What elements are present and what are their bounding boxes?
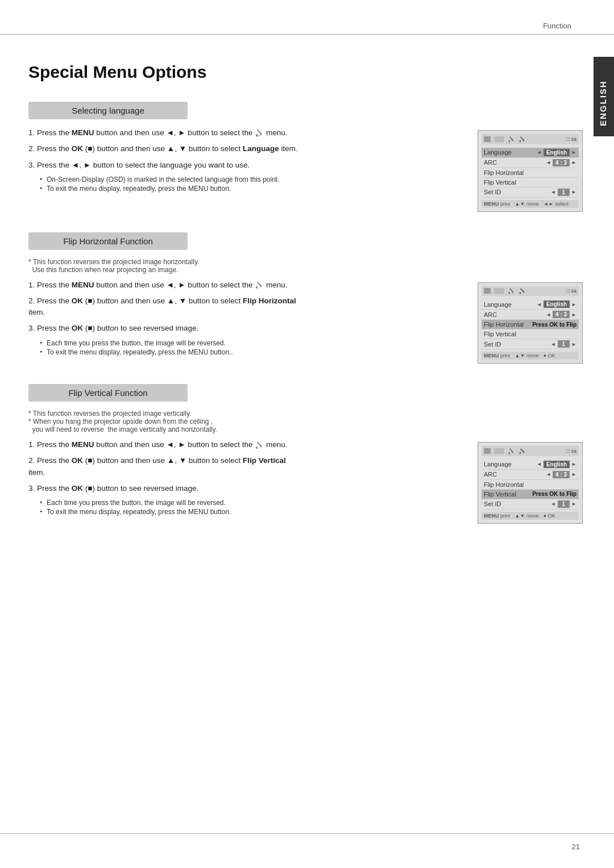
menu2-flip-h-value: Press OK to Flip xyxy=(532,322,576,328)
menu1-row-flip-h: Flip Horizontal xyxy=(482,168,579,178)
svg-rect-16 xyxy=(509,452,510,454)
menu1-flip-v-label: Flip Vertical xyxy=(484,179,516,186)
menu1-icon1 xyxy=(484,136,491,142)
menu2-arc-label: ARC xyxy=(484,311,497,318)
menu3-label-right: □ sa xyxy=(567,448,576,454)
menu2-row-flip-v: Flip Vertical xyxy=(482,329,579,339)
menu2-footer-ok: ● OK xyxy=(544,353,555,358)
menu2-icon2 xyxy=(494,288,504,294)
menu3-footer-move: ▲▼ move xyxy=(515,513,539,519)
s3-flipvertical-bold: Flip Vertical xyxy=(243,456,286,465)
menu1-footer-select: ◄► select xyxy=(544,201,569,207)
menu3-icon1 xyxy=(484,448,491,454)
menu2-pen-icon xyxy=(508,287,515,295)
menu3-icon2 xyxy=(494,448,504,454)
svg-rect-12 xyxy=(520,292,521,294)
menu3-row-language: Language ◄ English ► xyxy=(482,460,579,470)
s3-ok-bold2: OK xyxy=(72,484,83,493)
menu3-setid-label: Set ID xyxy=(484,500,501,507)
page-number: 21 xyxy=(572,842,580,851)
section3-bullet2: To exit the menu display, repeatedly, pr… xyxy=(40,508,466,516)
menu1-row-setid: Set ID ◄ 1 ► xyxy=(482,187,579,198)
menu1-language-label: Language xyxy=(484,149,512,156)
top-rule xyxy=(0,34,614,35)
s2-menu-bold: MENU xyxy=(72,281,94,289)
menu2-setid-val: 1 xyxy=(558,340,570,348)
menu1-arc-label: ARC xyxy=(484,159,497,166)
menu2-pen2-icon xyxy=(518,287,526,295)
section-selecting-language: Selecting language 1. Press the MENU but… xyxy=(28,102,583,212)
svg-marker-15 xyxy=(509,448,514,453)
svg-marker-1 xyxy=(257,130,263,135)
section1-header: Selecting language xyxy=(28,102,188,119)
svg-marker-17 xyxy=(520,448,525,453)
section3-menu-image: □ sa Language ◄ English ► ARC ◄ 4 : 3 ► xyxy=(478,442,583,524)
svg-rect-8 xyxy=(256,286,258,289)
section3-bullet1: Each time you press the button, the imag… xyxy=(40,499,466,507)
menu-bold: MENU xyxy=(72,128,94,137)
menu3-pen-icon xyxy=(508,447,515,455)
menu3-row-flip-h: Flip Horizontal xyxy=(482,480,579,490)
menu2-label-right: □ sa xyxy=(567,288,576,294)
english-tab: ENGLISH xyxy=(594,57,614,136)
menu3-setid-val: 1 xyxy=(558,500,570,508)
menu3-language-english: English xyxy=(544,461,570,468)
menu2-language-value: ◄ English ► xyxy=(537,301,576,308)
svg-marker-5 xyxy=(520,136,525,141)
s2-ok-bold2: OK xyxy=(72,324,83,332)
section3-step3: 3. Press the OK (■) button to see revers… xyxy=(28,483,466,494)
menu1-footer-menu: MENU prev xyxy=(484,201,511,207)
section3-body: 1. Press the MENU button and then use ◄,… xyxy=(28,439,583,524)
menu1-footer-move: ▲▼ move xyxy=(515,201,539,207)
menu3-footer: MENU prev ▲▼ move ● OK xyxy=(482,512,579,520)
menu2-arc-value: ◄ 4 : 3 ► xyxy=(546,311,576,318)
section3-note: * This function reverses the projected i… xyxy=(28,410,583,433)
menu1-pen-icon xyxy=(508,135,515,143)
menu3-flip-v-value: Press OK to Flip xyxy=(532,491,576,497)
menu3-setid-value: ◄ 1 ► xyxy=(551,500,576,508)
menu1-language-english: English xyxy=(544,149,570,156)
menu1-setid-val: 1 xyxy=(558,189,570,196)
svg-rect-14 xyxy=(256,446,258,449)
svg-rect-6 xyxy=(520,140,521,142)
section1-step3: 3. Press the ◄, ► button to select the l… xyxy=(28,160,466,171)
menu2-footer-move: ▲▼ move xyxy=(515,353,539,358)
section1-bullet1: On-Screen-Display (OSD) is marked in the… xyxy=(40,176,466,183)
menu3-top-icons: □ sa xyxy=(482,446,579,456)
svg-marker-11 xyxy=(520,289,525,293)
menu3-row-setid: Set ID ◄ 1 ► xyxy=(482,499,579,510)
menu2-setid-label: Set ID xyxy=(484,341,501,348)
section1-steps: 1. Press the MENU button and then use ◄,… xyxy=(28,127,466,194)
section2-step3: 3. Press the OK (■) button to see revers… xyxy=(28,323,466,334)
menu3-footer-ok: ● OK xyxy=(544,513,555,519)
menu1-row-flip-v: Flip Vertical xyxy=(482,178,579,187)
main-content: Special Menu Options Selecting language … xyxy=(28,40,583,544)
menu2-language-english: English xyxy=(544,301,570,308)
section2-step2: 2. Press the OK (■) button and then use … xyxy=(28,295,466,319)
section1-step2: 2. Press the OK (■) button and then use … xyxy=(28,143,466,155)
section2-bullets: Each time you press the button, the imag… xyxy=(40,339,466,356)
menu3-language-label: Language xyxy=(484,461,512,468)
section1-menu-image: □ sa Language ◄ English ► ARC ◄ 4 : 3 ► xyxy=(478,130,583,212)
menu1-arc-value: ◄ 4 : 3 ► xyxy=(546,159,576,166)
menu2-language-label: Language xyxy=(484,301,512,308)
menu3-row-flip-v: Flip Vertical Press OK to Flip xyxy=(482,490,579,499)
menu1-setid-value: ◄ 1 ► xyxy=(551,189,576,196)
menu3-language-value: ◄ English ► xyxy=(537,461,576,468)
menu1-top-icons: □ sa xyxy=(482,134,579,144)
function-label: Function xyxy=(543,22,571,30)
s3-pen-icon xyxy=(255,440,266,449)
menu3-arc-label: ARC xyxy=(484,471,497,478)
s2-fliphorizontal-bold: Flip Horizontal xyxy=(243,297,296,305)
menu1-footer: MENU prev ▲▼ move ◄► select xyxy=(482,200,579,208)
menu2-row-flip-h: Flip Horizontal Press OK to Flip xyxy=(482,320,579,329)
section2-bullet2: To exit the menu display, repeatedly, pr… xyxy=(40,348,466,356)
section3-header: Flip Vertical Function xyxy=(28,384,188,402)
menu2-flip-h-label: Flip Horizontal xyxy=(484,321,524,328)
section3-steps: 1. Press the MENU button and then use ◄,… xyxy=(28,439,466,517)
menu3-footer-menu: MENU prev xyxy=(484,513,511,519)
section2-step1: 1. Press the MENU button and then use ◄,… xyxy=(28,279,466,291)
ok-bold: OK xyxy=(72,144,83,153)
svg-rect-18 xyxy=(520,452,521,454)
menu2-footer: MENU prev ▲▼ move ● OK xyxy=(482,352,579,360)
